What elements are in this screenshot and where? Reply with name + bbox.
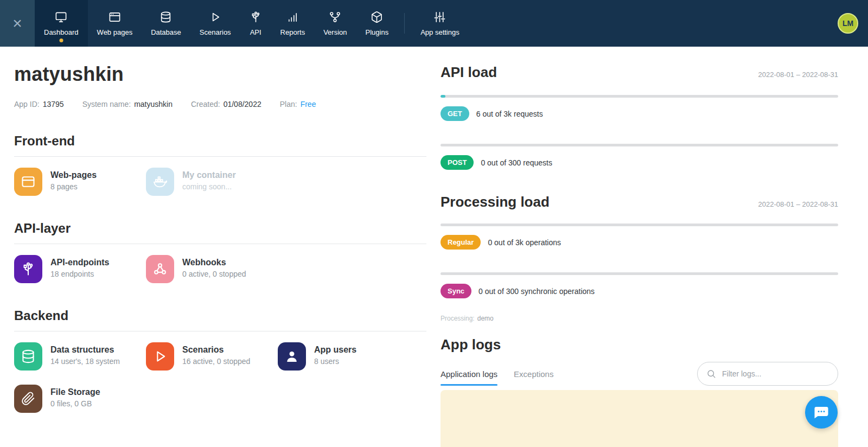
card-info: API-endpoints 18 endpoints [50, 255, 109, 283]
sync-progress-bar [441, 272, 838, 275]
post-progress-bar [441, 144, 838, 146]
date-range: 2022-08-01 – 2022-08-31 [758, 200, 838, 208]
section-title-frontend: Front-end [14, 133, 426, 149]
branch-icon [329, 11, 341, 24]
tab-exceptions[interactable]: Exceptions [514, 369, 553, 379]
meta-label: Plan: [280, 100, 297, 108]
section-divider [14, 331, 426, 331]
filter-logs-field[interactable] [697, 362, 838, 386]
nav-item-dashboard[interactable]: Dashboard [35, 0, 88, 47]
nav-item-plugins[interactable]: Plugins [356, 0, 398, 47]
card-info: Web-pages 8 pages [50, 168, 97, 196]
card-subtitle: 0 files, 0 GB [50, 399, 100, 408]
card-app-users[interactable]: App users 8 users [278, 342, 410, 371]
nav-divider [404, 13, 405, 34]
nav-item-label: Database [151, 28, 181, 36]
card-webhooks[interactable]: Webhooks 0 active, 0 stopped [146, 255, 278, 283]
nav-item-scenarios[interactable]: Scenarios [190, 0, 240, 47]
plan-link[interactable]: Free [301, 100, 316, 108]
nav-item-label: Reports [280, 28, 305, 36]
close-icon: × [12, 14, 22, 33]
card-web-pages[interactable]: Web-pages 8 pages [14, 168, 146, 196]
post-load-row: POST 0 out of 300 requests [441, 155, 838, 170]
play-icon [209, 11, 221, 24]
card-info: File Storage 0 files, 0 GB [50, 385, 100, 413]
meta-value: 01/08/2022 [224, 100, 261, 108]
nav-item-app-settings[interactable]: App settings [411, 0, 469, 47]
card-subtitle: 8 users [314, 357, 356, 366]
card-subtitle: coming soon... [182, 182, 236, 191]
card-subtitle: 18 endpoints [50, 270, 109, 278]
meta-value: matyushkin [134, 100, 173, 108]
app-id-meta: App ID:13795 [14, 100, 64, 108]
regular-progress-bar [441, 224, 838, 226]
card-title: My container [182, 170, 236, 180]
usb-plug-icon [14, 255, 42, 283]
page-title: matyushkin [14, 63, 426, 86]
usb-plug-icon [250, 11, 262, 24]
nav-item-database[interactable]: Database [142, 0, 190, 47]
card-api-endpoints[interactable]: API-endpoints 18 endpoints [14, 255, 146, 283]
nav-item-label: Scenarios [200, 28, 231, 36]
main-content: matyushkin App ID:13795 System name:maty… [0, 47, 868, 447]
processing-note: Processing:demo [441, 315, 838, 322]
nav-item-label: Plugins [366, 28, 389, 36]
panel-title: Processing load [441, 194, 550, 210]
filter-logs-input[interactable] [721, 369, 829, 379]
browser-window-icon [108, 11, 121, 24]
nav-item-web-pages[interactable]: Web pages [88, 0, 142, 47]
system-name-meta: System name:matyushkin [82, 100, 173, 108]
card-subtitle: 8 pages [50, 182, 97, 191]
user-icon [278, 342, 306, 371]
database-icon [159, 11, 172, 24]
card-info: Scenarios 16 active, 0 stopped [182, 342, 250, 371]
card-info: Data structures 14 user's, 18 system [50, 342, 120, 371]
section-divider [14, 156, 426, 157]
card-info: Webhooks 0 active, 0 stopped [182, 255, 246, 283]
regular-load-row: Regular 0 out of 3k operations [441, 235, 838, 250]
card-scenarios[interactable]: Scenarios 16 active, 0 stopped [146, 342, 278, 371]
avatar[interactable]: LM [838, 13, 858, 34]
chat-widget-button[interactable] [805, 396, 838, 429]
meta-value: 13795 [43, 100, 64, 108]
card-title: Webhooks [182, 258, 246, 267]
card-data-structures[interactable]: Data structures 14 user's, 18 system [14, 342, 146, 371]
card-file-storage[interactable]: File Storage 0 files, 0 GB [14, 385, 146, 413]
nav-item-reports[interactable]: Reports [271, 0, 315, 47]
nav-item-label: API [250, 28, 261, 36]
sliders-icon [433, 11, 446, 24]
chat-bubble-icon [813, 404, 829, 420]
meta-label: System name: [82, 100, 131, 108]
card-info: My container coming soon... [182, 168, 236, 196]
top-nav: × Dashboard Web pages Database Scenarios… [0, 0, 868, 47]
nav-item-api[interactable]: API [240, 0, 271, 47]
card-subtitle: 0 active, 0 stopped [182, 270, 246, 278]
section-divider [14, 244, 426, 244]
nav-item-label: Dashboard [44, 28, 79, 36]
play-icon [146, 342, 174, 371]
app-overview-column: matyushkin App ID:13795 System name:maty… [0, 47, 426, 447]
tab-application-logs[interactable]: Application logs [441, 369, 497, 379]
post-badge: POST [441, 155, 474, 170]
nav-item-label: Web pages [97, 28, 133, 36]
get-load-row: GET 6 out of 3k requests [441, 106, 838, 121]
card-title: API-endpoints [50, 258, 109, 267]
stats-column: API load 2022-08-01 – 2022-08-31 GET 6 o… [426, 47, 868, 447]
get-badge: GET [441, 106, 469, 121]
frontend-cards: Web-pages 8 pages My container coming so… [14, 168, 426, 196]
load-text: 0 out of 3k operations [488, 238, 561, 247]
card-title: Scenarios [182, 345, 250, 355]
meta-label: Created: [191, 100, 220, 108]
search-icon [706, 369, 716, 379]
close-button[interactable]: × [0, 0, 35, 47]
load-text: 0 out of 300 requests [481, 158, 552, 167]
nav-item-label: Version [323, 28, 347, 36]
app-logs-tabs: Application logs Exceptions [441, 362, 838, 386]
card-info: App users 8 users [314, 342, 356, 371]
nav-item-version[interactable]: Version [314, 0, 356, 47]
sync-load-row: Sync 0 out of 300 synchronic operations [441, 284, 838, 298]
created-meta: Created:01/08/2022 [191, 100, 261, 108]
section-title-backend: Backend [14, 308, 426, 323]
date-range: 2022-08-01 – 2022-08-31 [758, 71, 838, 79]
paperclip-icon [14, 385, 42, 413]
